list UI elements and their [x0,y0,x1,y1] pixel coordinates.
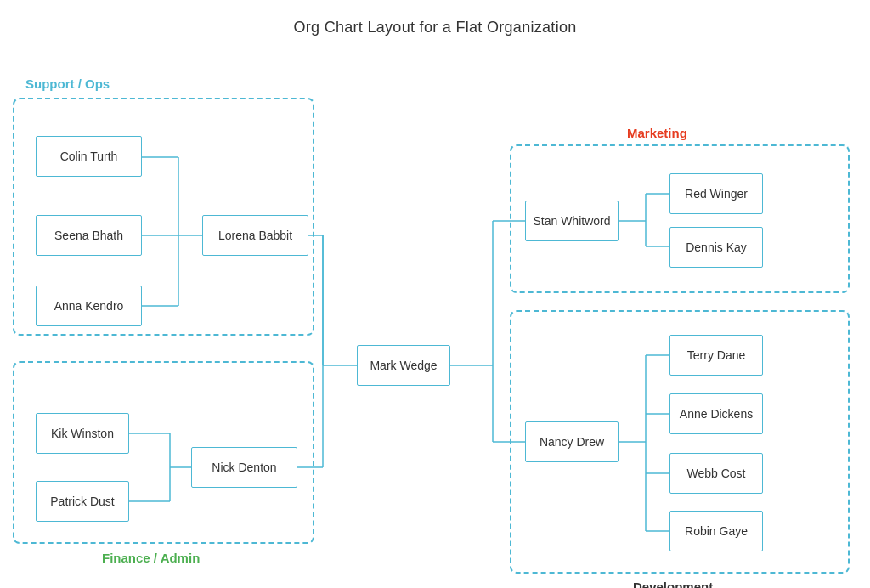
node-kik: Kik Winston [36,413,129,454]
node-terry: Terry Dane [669,335,763,376]
development-label: Development [633,580,713,588]
node-anne: Anne Dickens [669,393,763,434]
node-stan: Stan Whitword [525,201,619,241]
node-anna: Anna Kendro [36,286,142,326]
support-label: Support / Ops [25,76,110,91]
node-colin: Colin Turth [36,136,142,177]
node-robin: Robin Gaye [669,511,763,551]
node-patrick: Patrick Dust [36,481,129,522]
marketing-label: Marketing [627,126,687,140]
finance-label: Finance / Admin [102,551,200,565]
node-mark: Mark Wedge [357,345,450,386]
node-nancy: Nancy Drew [525,421,619,462]
node-nick: Nick Denton [191,447,297,488]
page-title: Org Chart Layout for a Flat Organization [0,0,870,37]
node-dennis: Dennis Kay [669,227,763,268]
node-seena: Seena Bhath [36,215,142,256]
node-webb: Webb Cost [669,453,763,494]
node-lorena: Lorena Babbit [202,215,308,256]
node-red: Red Winger [669,173,763,214]
